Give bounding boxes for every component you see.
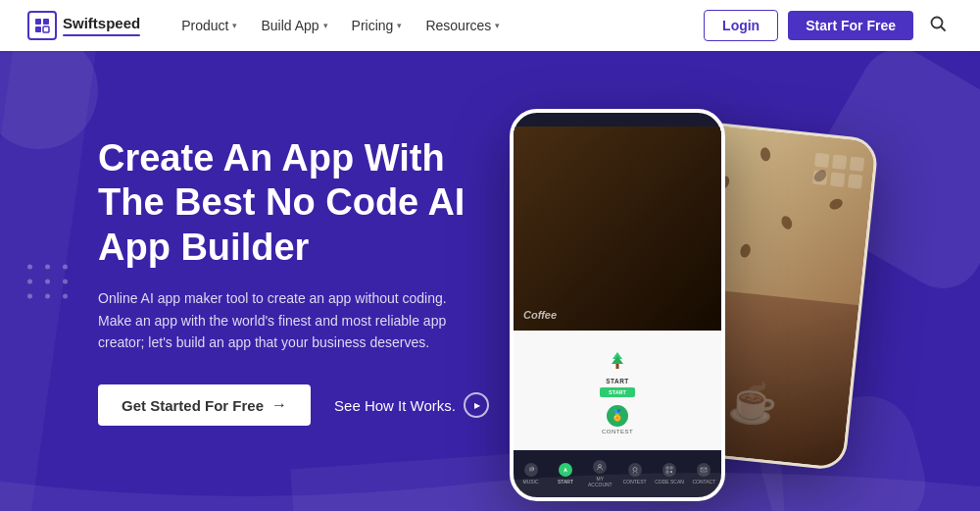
svg-rect-2 — [35, 26, 41, 32]
hero-wave — [0, 462, 980, 511]
svg-rect-3 — [43, 26, 49, 32]
nav-actions: Login Start For Free — [704, 9, 953, 42]
nav-item-pricing[interactable]: Pricing ▾ — [342, 12, 413, 39]
hero-actions: Get Started For Free → See How It Works.… — [98, 384, 510, 426]
hero-description: Online AI app maker tool to create an ap… — [98, 287, 480, 353]
login-button[interactable]: Login — [704, 10, 778, 41]
phone-notch — [583, 113, 652, 127]
start-button-small: START — [600, 387, 635, 397]
phone-screen-image: Coffee — [514, 127, 721, 331]
get-started-button[interactable]: Get Started For Free → — [98, 384, 311, 426]
search-icon-button[interactable] — [923, 9, 953, 42]
nav-item-product[interactable]: Product ▾ — [172, 12, 247, 39]
chevron-down-icon: ▾ — [397, 21, 402, 30]
nav-item-build-app[interactable]: Build App ▾ — [251, 12, 337, 39]
chevron-down-icon: ▾ — [232, 21, 237, 30]
how-it-works-button[interactable]: See How It Works. ▶ — [334, 392, 489, 418]
phone-mockups: ☕ Coffee — [510, 99, 921, 511]
nav-item-resources[interactable]: Resources ▾ — [416, 12, 510, 39]
logo-icon — [27, 11, 57, 40]
start-free-button[interactable]: Start For Free — [788, 11, 913, 40]
svg-rect-6 — [616, 364, 619, 369]
chevron-down-icon: ▾ — [495, 21, 500, 30]
hero-title: Create An App With The Best No Code AI A… — [98, 136, 510, 271]
navbar: Swiftspeed Product ▾ Build App ▾ Pricing… — [0, 0, 980, 51]
hero-section: Create An App With The Best No Code AI A… — [0, 51, 980, 511]
phone-front-screen: Coffee START — [514, 127, 721, 497]
arrow-icon: → — [271, 396, 287, 414]
medal-icon: 🏅 — [607, 405, 628, 427]
start-label: START — [606, 378, 629, 384]
svg-rect-0 — [35, 19, 41, 25]
contest-label: CONTEST — [602, 429, 633, 434]
chevron-down-icon: ▾ — [323, 21, 328, 30]
phone-front: Coffee START — [510, 109, 725, 501]
nav-links: Product ▾ Build App ▾ Pricing ▾ Resource… — [172, 12, 704, 39]
logo[interactable]: Swiftspeed — [27, 11, 140, 40]
svg-line-5 — [941, 26, 945, 30]
play-icon: ▶ — [464, 392, 489, 418]
svg-rect-1 — [43, 19, 49, 25]
hero-content: Create An App With The Best No Code AI A… — [0, 136, 510, 427]
search-icon — [929, 15, 947, 32]
phone-screen-content: START START 🏅 CONTEST — [514, 331, 721, 450]
tree-icon — [606, 349, 629, 373]
brand-name: Swiftspeed — [63, 15, 140, 31]
